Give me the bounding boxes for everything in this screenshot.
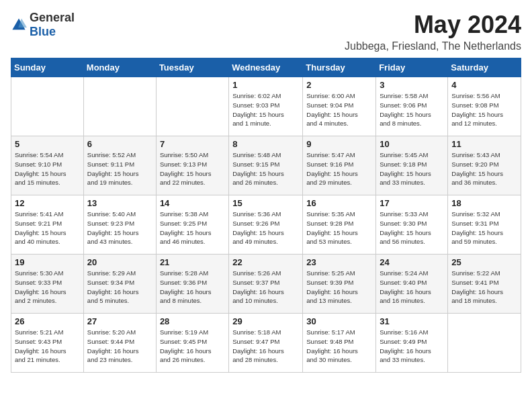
header-monday: Monday [83, 58, 156, 77]
day-number: 8 [232, 139, 299, 149]
day-number: 5 [15, 139, 80, 149]
calendar-cell: 22Sunrise: 5:26 AM Sunset: 9:37 PM Dayli… [229, 255, 303, 314]
day-number: 28 [160, 316, 225, 326]
day-number: 7 [160, 139, 225, 149]
logo-general: General [30, 11, 75, 24]
calendar-cell: 14Sunrise: 5:38 AM Sunset: 9:25 PM Dayli… [156, 195, 228, 255]
calendar-cell [83, 77, 156, 136]
day-number: 14 [160, 198, 225, 208]
calendar-cell: 27Sunrise: 5:20 AM Sunset: 9:44 PM Dayli… [83, 314, 156, 373]
day-number: 22 [232, 257, 299, 267]
day-info: Sunrise: 5:17 AM Sunset: 9:48 PM Dayligh… [306, 328, 372, 365]
calendar-cell: 18Sunrise: 5:32 AM Sunset: 9:31 PM Dayli… [448, 195, 521, 255]
logo-icon [11, 17, 27, 33]
calendar-week-4: 26Sunrise: 5:21 AM Sunset: 9:43 PM Dayli… [11, 314, 521, 373]
day-number: 27 [87, 316, 152, 326]
day-number: 30 [306, 316, 372, 326]
day-info: Sunrise: 5:20 AM Sunset: 9:44 PM Dayligh… [87, 328, 152, 365]
calendar-cell: 16Sunrise: 5:35 AM Sunset: 9:28 PM Dayli… [303, 195, 376, 255]
day-number: 2 [306, 80, 372, 90]
calendar-cell: 20Sunrise: 5:29 AM Sunset: 9:34 PM Dayli… [83, 255, 156, 314]
calendar-cell: 15Sunrise: 5:36 AM Sunset: 9:26 PM Dayli… [229, 195, 303, 255]
day-number: 10 [380, 139, 444, 149]
calendar-cell: 7Sunrise: 5:50 AM Sunset: 9:13 PM Daylig… [156, 136, 228, 195]
weekday-header-row: Sunday Monday Tuesday Wednesday Thursday… [11, 58, 521, 77]
day-number: 6 [87, 139, 152, 149]
day-info: Sunrise: 6:00 AM Sunset: 9:04 PM Dayligh… [306, 91, 372, 128]
calendar-cell: 11Sunrise: 5:43 AM Sunset: 9:20 PM Dayli… [448, 136, 521, 195]
day-info: Sunrise: 5:33 AM Sunset: 9:30 PM Dayligh… [380, 210, 444, 246]
day-info: Sunrise: 5:21 AM Sunset: 9:43 PM Dayligh… [15, 328, 80, 365]
day-number: 25 [451, 257, 517, 267]
day-info: Sunrise: 5:56 AM Sunset: 9:08 PM Dayligh… [451, 91, 517, 128]
day-info: Sunrise: 5:50 AM Sunset: 9:13 PM Dayligh… [160, 150, 225, 187]
day-info: Sunrise: 5:16 AM Sunset: 9:49 PM Dayligh… [380, 328, 444, 365]
day-info: Sunrise: 6:02 AM Sunset: 9:03 PM Dayligh… [232, 91, 299, 128]
day-info: Sunrise: 5:19 AM Sunset: 9:45 PM Dayligh… [160, 328, 225, 365]
calendar-cell: 3Sunrise: 5:58 AM Sunset: 9:06 PM Daylig… [376, 77, 448, 136]
logo-blue: Blue [30, 25, 56, 38]
title-section: May 2024 Jubbega, Friesland, The Netherl… [345, 11, 521, 52]
page-header: General Blue May 2024 Jubbega, Friesland… [11, 11, 521, 52]
day-info: Sunrise: 5:28 AM Sunset: 9:36 PM Dayligh… [160, 269, 225, 306]
day-number: 1 [232, 80, 299, 90]
calendar-cell: 8Sunrise: 5:48 AM Sunset: 9:15 PM Daylig… [229, 136, 303, 195]
day-info: Sunrise: 5:35 AM Sunset: 9:28 PM Dayligh… [306, 210, 372, 246]
day-number: 19 [15, 257, 80, 267]
day-info: Sunrise: 5:25 AM Sunset: 9:39 PM Dayligh… [306, 269, 372, 306]
day-info: Sunrise: 5:30 AM Sunset: 9:33 PM Dayligh… [15, 269, 80, 306]
day-number: 3 [380, 80, 444, 90]
day-number: 31 [380, 316, 444, 326]
day-number: 12 [15, 198, 80, 208]
logo-text: General Blue [30, 11, 75, 39]
calendar-week-1: 5Sunrise: 5:54 AM Sunset: 9:10 PM Daylig… [11, 136, 521, 195]
day-info: Sunrise: 5:54 AM Sunset: 9:10 PM Dayligh… [15, 150, 80, 187]
day-info: Sunrise: 5:52 AM Sunset: 9:11 PM Dayligh… [87, 150, 152, 187]
day-number: 21 [160, 257, 225, 267]
calendar-cell: 1Sunrise: 6:02 AM Sunset: 9:03 PM Daylig… [229, 77, 303, 136]
logo: General Blue [11, 11, 75, 39]
day-number: 24 [380, 257, 444, 267]
calendar-table: Sunday Monday Tuesday Wednesday Thursday… [11, 58, 521, 373]
day-number: 20 [87, 257, 152, 267]
day-number: 9 [306, 139, 372, 149]
day-info: Sunrise: 5:18 AM Sunset: 9:47 PM Dayligh… [232, 328, 299, 365]
day-info: Sunrise: 5:38 AM Sunset: 9:25 PM Dayligh… [160, 210, 225, 246]
calendar-cell: 29Sunrise: 5:18 AM Sunset: 9:47 PM Dayli… [229, 314, 303, 373]
calendar-cell: 12Sunrise: 5:41 AM Sunset: 9:21 PM Dayli… [11, 195, 84, 255]
day-info: Sunrise: 5:32 AM Sunset: 9:31 PM Dayligh… [451, 210, 517, 246]
header-thursday: Thursday [303, 58, 376, 77]
calendar-week-0: 1Sunrise: 6:02 AM Sunset: 9:03 PM Daylig… [11, 77, 521, 136]
header-sunday: Sunday [11, 58, 84, 77]
day-info: Sunrise: 5:29 AM Sunset: 9:34 PM Dayligh… [87, 269, 152, 306]
calendar-title: May 2024 [345, 11, 521, 39]
day-number: 4 [451, 80, 517, 90]
day-info: Sunrise: 5:47 AM Sunset: 9:16 PM Dayligh… [306, 150, 372, 187]
calendar-cell: 24Sunrise: 5:24 AM Sunset: 9:40 PM Dayli… [376, 255, 448, 314]
calendar-cell: 23Sunrise: 5:25 AM Sunset: 9:39 PM Dayli… [303, 255, 376, 314]
calendar-cell: 5Sunrise: 5:54 AM Sunset: 9:10 PM Daylig… [11, 136, 84, 195]
day-info: Sunrise: 5:43 AM Sunset: 9:20 PM Dayligh… [451, 150, 517, 187]
day-number: 26 [15, 316, 80, 326]
calendar-cell [156, 77, 228, 136]
day-number: 17 [380, 198, 444, 208]
calendar-week-3: 19Sunrise: 5:30 AM Sunset: 9:33 PM Dayli… [11, 255, 521, 314]
calendar-cell: 2Sunrise: 6:00 AM Sunset: 9:04 PM Daylig… [303, 77, 376, 136]
calendar-cell [11, 77, 84, 136]
day-info: Sunrise: 5:36 AM Sunset: 9:26 PM Dayligh… [232, 210, 299, 246]
day-info: Sunrise: 5:41 AM Sunset: 9:21 PM Dayligh… [15, 210, 80, 246]
calendar-cell: 4Sunrise: 5:56 AM Sunset: 9:08 PM Daylig… [448, 77, 521, 136]
day-number: 11 [451, 139, 517, 149]
calendar-cell: 28Sunrise: 5:19 AM Sunset: 9:45 PM Dayli… [156, 314, 228, 373]
calendar-cell: 26Sunrise: 5:21 AM Sunset: 9:43 PM Dayli… [11, 314, 84, 373]
day-info: Sunrise: 5:45 AM Sunset: 9:18 PM Dayligh… [380, 150, 444, 187]
day-number: 13 [87, 198, 152, 208]
day-info: Sunrise: 5:58 AM Sunset: 9:06 PM Dayligh… [380, 91, 444, 128]
calendar-week-2: 12Sunrise: 5:41 AM Sunset: 9:21 PM Dayli… [11, 195, 521, 255]
day-info: Sunrise: 5:40 AM Sunset: 9:23 PM Dayligh… [87, 210, 152, 246]
calendar-cell: 31Sunrise: 5:16 AM Sunset: 9:49 PM Dayli… [376, 314, 448, 373]
header-wednesday: Wednesday [229, 58, 303, 77]
calendar-cell: 30Sunrise: 5:17 AM Sunset: 9:48 PM Dayli… [303, 314, 376, 373]
day-number: 18 [451, 198, 517, 208]
day-info: Sunrise: 5:48 AM Sunset: 9:15 PM Dayligh… [232, 150, 299, 187]
